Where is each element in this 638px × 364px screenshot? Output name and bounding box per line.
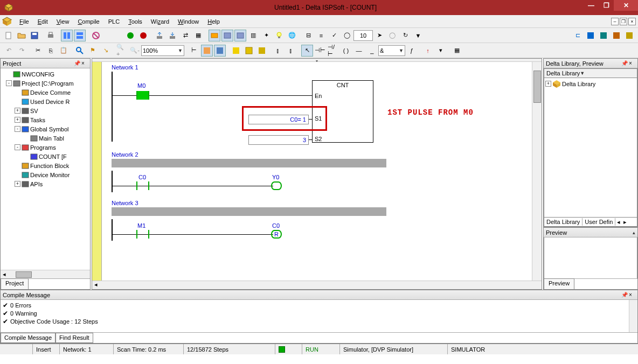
panel-close-icon[interactable]: × [81, 60, 88, 67]
step-icon[interactable]: ➤ [373, 30, 385, 41]
tree-expander[interactable]: + [545, 81, 551, 87]
format-icon[interactable]: ≡ [315, 30, 327, 41]
tree-item[interactable]: +Tasks [2, 115, 89, 124]
library-tree[interactable]: + Delta Library [544, 78, 637, 217]
tree-item[interactable]: Main Tabl [2, 134, 89, 143]
run-icon[interactable] [124, 30, 136, 41]
upload-icon[interactable] [154, 30, 165, 41]
pin-icon[interactable]: 📌 [621, 60, 628, 67]
zoomout-icon[interactable]: 🔍- [129, 45, 141, 57]
editor-hscroll[interactable]: ◂ [92, 281, 542, 289]
tree-item[interactable]: -Global Symbol [2, 124, 89, 134]
menu-edit[interactable]: Edit [33, 17, 52, 26]
r1-icon[interactable]: ⊏ [572, 30, 584, 41]
close-button[interactable]: ✕ [614, 0, 638, 11]
tree-item[interactable]: Function Block [2, 161, 89, 170]
fn-icon[interactable]: ƒ [406, 45, 418, 57]
dim-icon[interactable]: ◯ [386, 30, 398, 41]
tree-expander[interactable]: - [15, 144, 20, 150]
monitor3-icon[interactable] [234, 30, 246, 41]
r5-icon[interactable] [623, 30, 635, 41]
open-icon[interactable] [16, 30, 27, 41]
view2-icon[interactable] [74, 30, 86, 41]
param-s2[interactable]: 3 [248, 135, 309, 145]
compare-icon[interactable]: ⇄ [179, 30, 191, 41]
tree-item[interactable]: -Project [C:\Program [2, 79, 89, 88]
stop2-icon[interactable]: ▼ [412, 30, 424, 41]
tab-nav-left[interactable]: ◂ [615, 219, 622, 226]
lad1-icon[interactable] [201, 45, 213, 57]
tab-nav-right[interactable]: ▸ [622, 219, 628, 226]
coil-reset-c0[interactable]: R [271, 230, 282, 239]
net-icon[interactable]: 🌐 [286, 30, 298, 41]
coil-icon[interactable]: ( ) [340, 45, 352, 57]
library-dropdown[interactable]: Delta Library▼ [544, 68, 637, 78]
find-icon[interactable] [74, 45, 86, 57]
circle-icon[interactable]: ◯ [341, 30, 353, 41]
tab-compile-message[interactable]: Compile Message [1, 333, 56, 343]
save-icon[interactable] [29, 30, 40, 41]
tab-user-defined[interactable]: User Defin [582, 218, 615, 226]
panel-close-icon[interactable]: × [629, 60, 635, 67]
mdi-close[interactable]: × [628, 18, 636, 25]
maximize-button[interactable]: ❐ [599, 0, 614, 11]
menu-view[interactable]: View [52, 17, 74, 26]
project-tree[interactable]: NWCONFIG-Project [C:\ProgramDevice Comme… [1, 68, 90, 270]
tab-delta-library[interactable]: Delta Library [544, 218, 582, 226]
network-1-rung[interactable]: M0 CNT En S1 S2 C0= 1 3 1ST PULSE FROM M… [112, 72, 532, 142]
ladder-icon[interactable]: ⊢ [188, 45, 200, 57]
tree-item[interactable]: +APIs [2, 179, 89, 188]
wizard2-icon[interactable]: ✦ [260, 30, 272, 41]
y1-icon[interactable] [230, 45, 242, 57]
plc-icon[interactable]: ▦ [192, 30, 204, 41]
goto-icon[interactable]: ↘ [100, 45, 112, 57]
tree-item[interactable]: +SV [2, 106, 89, 115]
preview-tab[interactable]: Preview [544, 278, 574, 289]
pin-icon[interactable]: 📌 [74, 60, 80, 67]
tab-find-result[interactable]: Find Result [56, 333, 93, 343]
contact-c0[interactable] [136, 181, 149, 190]
zoom-combo[interactable]: 100%▼ [141, 45, 184, 56]
mdi-restore[interactable]: ❐ [620, 18, 627, 25]
tree-expander[interactable]: + [15, 117, 20, 123]
undo-icon[interactable]: ↶ [3, 45, 15, 57]
print-icon[interactable] [45, 30, 57, 41]
tree-item[interactable]: NWCONFIG [2, 69, 89, 79]
menu-plc[interactable]: PLC [104, 17, 124, 26]
menu-help[interactable]: Help [203, 17, 224, 26]
tree-item[interactable]: Used Device R [2, 97, 89, 106]
copy-icon[interactable]: ⎘ [45, 45, 57, 57]
redo-icon[interactable]: ↷ [16, 45, 27, 57]
vline-icon[interactable]: ⎯ [366, 45, 378, 57]
pointer-icon[interactable]: ↖ [301, 45, 313, 57]
down-icon[interactable]: ▾ [435, 45, 447, 57]
tree-expander[interactable]: - [15, 126, 20, 132]
menu-wizard[interactable]: Wizard [147, 17, 174, 26]
pin-icon[interactable]: 📌 [621, 292, 628, 298]
op-combo[interactable]: &▼ [378, 45, 405, 56]
network-3-rung[interactable]: M1 C0 R [112, 219, 532, 241]
sim-icon[interactable]: ▥ [247, 30, 259, 41]
contact-m0[interactable] [136, 91, 149, 100]
new-icon[interactable] [3, 30, 15, 41]
coil-y0[interactable] [271, 181, 282, 190]
paste-icon[interactable]: 📋 [58, 45, 70, 57]
ms-input[interactable] [353, 30, 373, 41]
hline-icon[interactable]: — [353, 45, 365, 57]
monitor1-icon[interactable] [209, 30, 220, 41]
editor-vscroll[interactable] [532, 62, 542, 281]
lad2-icon[interactable] [214, 45, 226, 57]
minimize-button[interactable]: — [584, 0, 599, 11]
up-icon[interactable]: ↑ [422, 45, 434, 57]
refresh-icon[interactable]: ↻ [399, 30, 411, 41]
compile-vscroll[interactable] [629, 300, 637, 332]
view1-icon[interactable] [61, 30, 73, 41]
download-icon[interactable] [167, 30, 178, 41]
contact-m1[interactable] [136, 230, 149, 239]
y3-icon[interactable] [256, 45, 268, 57]
project-tab[interactable]: Project [1, 278, 29, 289]
r2-icon[interactable] [585, 30, 597, 41]
stop-icon[interactable] [137, 30, 149, 41]
check-icon[interactable]: ✓ [328, 30, 340, 41]
tree-expander[interactable]: + [15, 181, 20, 187]
